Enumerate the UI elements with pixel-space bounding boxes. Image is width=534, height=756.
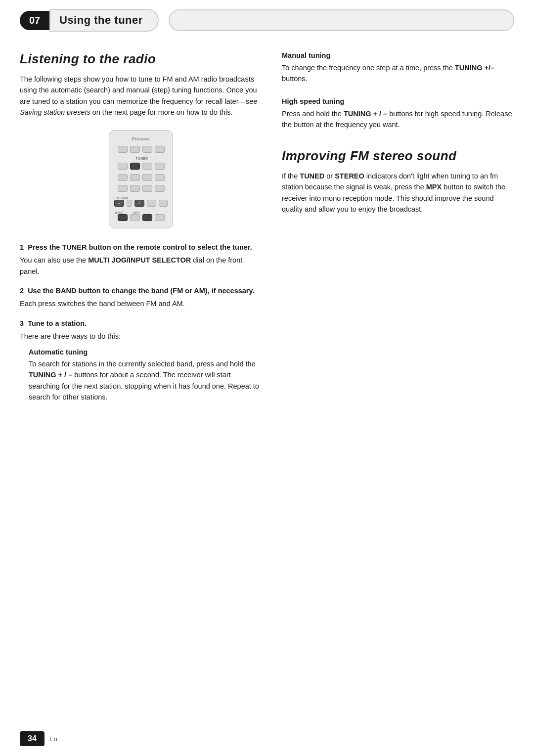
remote-btn	[155, 185, 165, 192]
high-speed-tuning-heading: High speed tuning	[282, 97, 514, 105]
page-footer: 34 En	[0, 731, 534, 746]
automatic-tuning-section: Automatic tuning To search for stations …	[29, 348, 262, 403]
main-content: Listening to the radio The following ste…	[0, 32, 534, 432]
remote-btn	[159, 200, 168, 207]
remote-row-tuning: – +	[114, 200, 168, 207]
remote-btn	[118, 174, 128, 181]
remote-row-4	[114, 185, 168, 192]
remote-btn	[142, 185, 152, 192]
step-3: 3 Tune to a station. There are three way…	[20, 318, 262, 403]
tuner-label: TUNER	[136, 157, 148, 160]
remote-btn	[130, 174, 140, 181]
improving-fm-heading: Improving FM stereo sound	[282, 148, 514, 164]
step-1-body: You can also use the MULTI JOG/INPUT SEL…	[20, 255, 262, 277]
remote-btn	[142, 163, 152, 170]
chapter-title: Using the tuner	[49, 9, 159, 32]
step-3-heading: 3 Tune to a station.	[20, 318, 262, 328]
step-2-heading: 2 Use the BAND button to change the band…	[20, 286, 262, 296]
step-3-body: There are three ways to do this:	[20, 331, 262, 342]
remote-btn	[155, 163, 165, 170]
remote-btn	[127, 200, 132, 207]
manual-tuning-section: Manual tuning To change the frequency on…	[282, 51, 514, 85]
remote-row-tuner	[114, 163, 168, 170]
step-1-heading: 1 Press the TUNER button on the remote c…	[20, 242, 262, 252]
remote-btn-band	[118, 214, 128, 221]
remote-btn	[155, 146, 165, 153]
listening-section-heading: Listening to the radio	[20, 51, 262, 67]
remote-row-3	[114, 174, 168, 181]
step-2-body: Each press switches the band between FM …	[20, 298, 262, 309]
intro-paragraph: The following steps show you how to tune…	[20, 74, 262, 118]
step-num-1: 1	[20, 243, 24, 251]
remote-btn	[118, 146, 128, 153]
remote-btn	[118, 185, 128, 192]
remote-btn	[130, 214, 140, 221]
remote-btn	[130, 146, 140, 153]
step-num-2: 2	[20, 287, 24, 295]
high-speed-tuning-body: Press and hold the TUNING + / – buttons …	[282, 108, 514, 131]
remote-btn-mpx	[142, 214, 152, 221]
automatic-tuning-body: To search for stations in the currently …	[29, 358, 262, 403]
remote-btn-dark	[130, 163, 140, 170]
manual-tuning-heading: Manual tuning	[282, 51, 514, 59]
right-column: Manual tuning To change the frequency on…	[282, 51, 514, 412]
remote-row-1	[114, 146, 168, 153]
manual-tuning-body: To change the frequency one step at a ti…	[282, 62, 514, 85]
remote-btn	[155, 214, 165, 221]
step-2: 2 Use the BAND button to change the band…	[20, 286, 262, 310]
remote-row-band	[114, 214, 168, 221]
remote-btn	[130, 185, 140, 192]
remote-btn	[155, 174, 165, 181]
remote-btn	[142, 174, 152, 181]
left-column: Listening to the radio The following ste…	[20, 51, 262, 412]
remote-btn	[118, 163, 128, 170]
high-speed-tuning-section: High speed tuning Press and hold the TUN…	[282, 97, 514, 131]
remote-brand-label: Pioneer	[132, 136, 150, 141]
improving-fm-body: If the TUNED or STEREO indicators don't …	[282, 171, 514, 215]
step-num-3: 3	[20, 319, 24, 327]
automatic-tuning-heading: Automatic tuning	[29, 348, 262, 356]
page-number: 34	[20, 731, 44, 746]
remote-image: Pioneer TUNER	[20, 130, 262, 228]
footer-language: En	[49, 735, 57, 743]
header-right-decoration	[169, 9, 514, 31]
remote-btn-minus: –	[114, 200, 124, 207]
improving-fm-section: Improving FM stereo sound If the TUNED o…	[282, 148, 514, 215]
remote-device-illustration: Pioneer TUNER	[109, 130, 173, 228]
chapter-number: 07	[20, 11, 49, 30]
remote-btn	[142, 146, 152, 153]
step-1: 1 Press the TUNER button on the remote c…	[20, 242, 262, 277]
page-header: 07 Using the tuner	[0, 0, 534, 32]
remote-btn	[147, 200, 156, 207]
remote-btn-plus: +	[134, 200, 144, 207]
